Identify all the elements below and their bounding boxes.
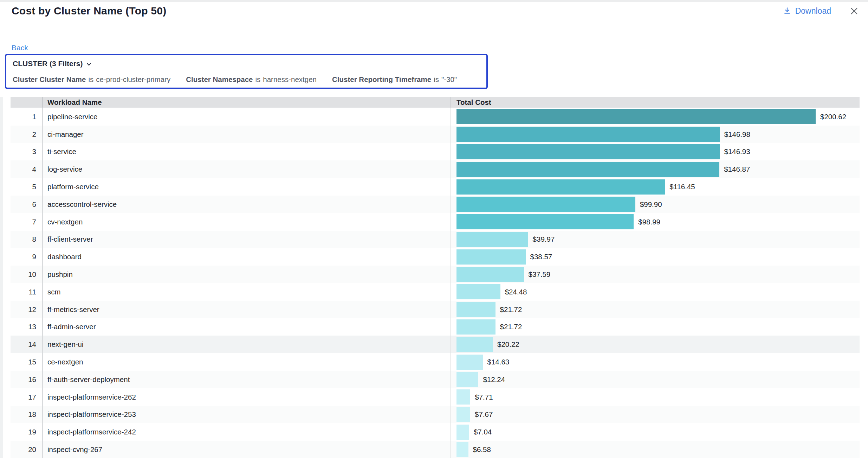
table-row: 13 ff-admin-server $21.72: [11, 318, 860, 336]
row-rank: 2: [11, 126, 42, 143]
cost-value: $116.45: [669, 183, 695, 191]
close-button[interactable]: [849, 6, 859, 16]
cost-value: $146.93: [724, 147, 750, 156]
table-row: 1 pipeline-service $200.62: [11, 108, 860, 126]
workload-name: ff-admin-server: [42, 318, 450, 336]
total-cost-cell: $14.63: [450, 353, 860, 371]
cost-bar: [456, 109, 816, 124]
workload-name: log-service: [42, 160, 450, 178]
cost-bar: [456, 442, 468, 457]
row-rank: 16: [11, 371, 42, 388]
total-cost-cell: $146.93: [450, 143, 860, 161]
cost-bar: [456, 162, 719, 177]
back-link[interactable]: Back: [12, 44, 28, 52]
total-cost-cell: $39.97: [450, 231, 860, 248]
table-row: 6 accesscontrol-service $99.90: [11, 196, 860, 213]
cost-value: $21.72: [500, 323, 522, 331]
workload-name: ci-manager: [42, 126, 450, 143]
total-cost-cell: $99.90: [450, 196, 860, 213]
row-rank: 5: [11, 178, 42, 196]
cost-bar: [456, 407, 470, 422]
panel-left-edge: [0, 97, 3, 458]
table-body: 1 pipeline-service $200.62 2 ci-manager …: [11, 108, 860, 458]
workload-name: inspect-cvng-267: [42, 441, 450, 458]
cost-bar: [456, 284, 500, 299]
row-rank: 14: [11, 336, 42, 353]
cost-bar: [456, 302, 495, 317]
workload-name: pipeline-service: [42, 108, 450, 126]
cost-value: $37.59: [529, 270, 551, 279]
row-rank: 4: [11, 160, 42, 178]
cost-value: $14.63: [487, 358, 510, 366]
cost-value: $7.71: [475, 393, 493, 401]
workload-name: cv-nextgen: [42, 213, 450, 231]
total-cost-cell: $24.48: [450, 283, 860, 301]
total-cost-cell: $146.98: [450, 126, 860, 143]
cost-value: $146.87: [724, 165, 750, 173]
row-rank: 1: [11, 108, 42, 126]
table-row: 14 next-gen-ui $20.22: [11, 336, 860, 353]
total-cost-cell: $98.99: [450, 213, 860, 231]
filter-value: harness-nextgen: [263, 75, 317, 84]
filter-group-toggle[interactable]: CLUSTER (3 Filters): [13, 59, 480, 68]
table-row: 18 inspect-platformservice-253 $7.67: [11, 406, 860, 424]
cost-value: $98.99: [638, 218, 660, 226]
workload-name: scm: [42, 283, 450, 301]
cost-bar: [456, 389, 470, 405]
total-cost-column-header: Total Cost: [450, 97, 860, 108]
row-rank: 9: [11, 248, 42, 266]
table-row: 2 ci-manager $146.98: [11, 126, 860, 143]
download-label: Download: [795, 6, 831, 16]
cost-value: $6.58: [473, 445, 491, 454]
cost-value: $146.98: [724, 130, 750, 139]
row-rank: 18: [11, 406, 42, 424]
row-rank: 10: [11, 266, 42, 283]
table-row: 10 pushpin $37.59: [11, 266, 860, 283]
cost-value: $21.72: [500, 305, 522, 314]
filter-operator: is: [434, 75, 439, 84]
row-rank: 12: [11, 301, 42, 318]
filter-operator: is: [88, 75, 93, 84]
cost-bar: [456, 372, 478, 387]
cost-value: $200.62: [820, 113, 846, 121]
total-cost-cell: $116.45: [450, 178, 860, 196]
header-actions: Download: [783, 6, 859, 16]
filter-field: Cluster Cluster Name: [13, 75, 86, 84]
cost-bar: [456, 144, 720, 159]
filter-field: Cluster Namespace: [186, 75, 253, 84]
total-cost-cell: $12.24: [450, 371, 860, 388]
total-cost-cell: $7.67: [450, 406, 860, 424]
cost-bar: [456, 337, 493, 352]
cost-bar: [456, 425, 469, 440]
table-row: 19 inspect-platformservice-242 $7.04: [11, 423, 860, 441]
workload-name: inspect-platformservice-262: [42, 388, 450, 406]
table-header: Workload Name Total Cost: [11, 97, 860, 108]
filter-condition-namespace[interactable]: Cluster Namespace is harness-nextgen: [186, 75, 317, 84]
row-rank: 20: [11, 441, 42, 458]
page-header: Cost by Cluster Name (Top 50) Download: [12, 5, 859, 17]
total-cost-cell: $200.62: [450, 108, 860, 126]
cost-bar: [456, 214, 634, 229]
table-row: 16 ff-auth-server-deployment $12.24: [11, 371, 860, 388]
table-row: 4 log-service $146.87: [11, 160, 860, 178]
filter-panel: CLUSTER (3 Filters) Cluster Cluster Name…: [5, 54, 488, 89]
filter-value: ce-prod-cluster-primary: [96, 75, 170, 84]
workload-name: ce-nextgen: [42, 353, 450, 371]
workload-name: inspect-platformservice-242: [42, 423, 450, 441]
total-cost-cell: $7.71: [450, 388, 860, 406]
total-cost-cell: $146.87: [450, 160, 860, 178]
total-cost-cell: $6.58: [450, 441, 860, 458]
cost-value: $99.90: [640, 200, 662, 209]
filter-condition-cluster-name[interactable]: Cluster Cluster Name is ce-prod-cluster-…: [13, 75, 170, 84]
table-row: 8 ff-client-server $39.97: [11, 231, 860, 248]
row-rank: 6: [11, 196, 42, 213]
panel-top-edge: [0, 0, 868, 2]
download-button[interactable]: Download: [783, 6, 831, 16]
cost-value: $38.57: [530, 253, 552, 261]
cost-table: Workload Name Total Cost 1 pipeline-serv…: [11, 97, 860, 458]
filter-condition-reporting-timeframe[interactable]: Cluster Reporting Timeframe is "-30": [332, 75, 457, 84]
total-cost-cell: $21.72: [450, 318, 860, 336]
total-cost-cell: $20.22: [450, 336, 860, 353]
cost-bar: [456, 249, 526, 265]
workload-name: ff-metrics-server: [42, 301, 450, 318]
